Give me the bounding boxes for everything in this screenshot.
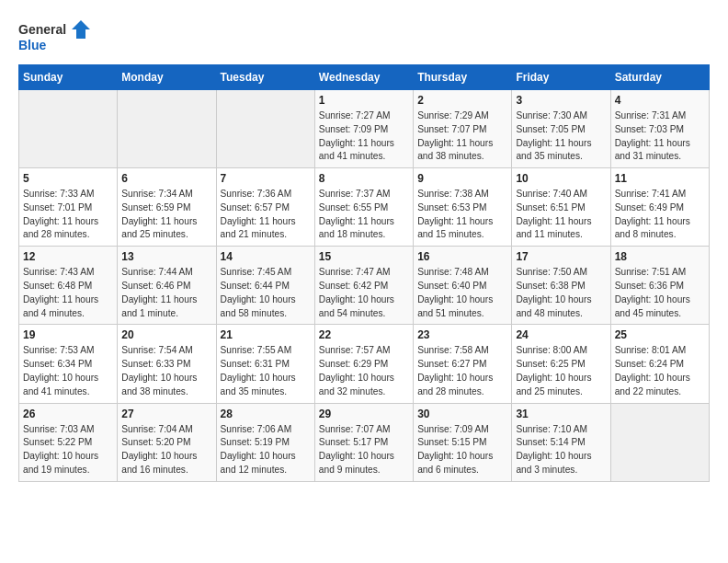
calendar-cell: 26Sunrise: 7:03 AM Sunset: 5:22 PM Dayli… (19, 403, 118, 481)
calendar-cell: 9Sunrise: 7:38 AM Sunset: 6:53 PM Daylig… (414, 168, 512, 247)
day-info: Sunrise: 8:00 AM Sunset: 6:25 PM Dayligh… (516, 344, 606, 398)
calendar-cell (19, 90, 118, 168)
day-info: Sunrise: 7:03 AM Sunset: 5:22 PM Dayligh… (23, 423, 113, 477)
calendar-cell: 23Sunrise: 7:58 AM Sunset: 6:27 PM Dayli… (414, 325, 512, 403)
day-info: Sunrise: 7:50 AM Sunset: 6:38 PM Dayligh… (516, 266, 606, 320)
day-number: 29 (319, 408, 409, 420)
logo: General Blue (18, 18, 92, 55)
day-number: 10 (516, 172, 606, 185)
day-number: 17 (516, 250, 606, 263)
day-number: 23 (417, 328, 507, 341)
day-info: Sunrise: 7:40 AM Sunset: 6:51 PM Dayligh… (516, 188, 606, 242)
day-info: Sunrise: 7:34 AM Sunset: 6:59 PM Dayligh… (121, 188, 211, 242)
calendar-cell: 17Sunrise: 7:50 AM Sunset: 6:38 PM Dayli… (512, 247, 610, 325)
day-info: Sunrise: 7:07 AM Sunset: 5:17 PM Dayligh… (319, 423, 409, 477)
day-number: 9 (417, 172, 507, 185)
day-info: Sunrise: 7:57 AM Sunset: 6:29 PM Dayligh… (319, 344, 409, 398)
calendar-cell (610, 403, 709, 481)
day-info: Sunrise: 7:29 AM Sunset: 7:07 PM Dayligh… (417, 109, 507, 164)
day-info: Sunrise: 7:45 AM Sunset: 6:44 PM Dayligh… (221, 266, 311, 320)
calendar-cell: 10Sunrise: 7:40 AM Sunset: 6:51 PM Dayli… (512, 168, 610, 247)
weekday-header: Tuesday (216, 65, 314, 90)
calendar-cell: 31Sunrise: 7:10 AM Sunset: 5:14 PM Dayli… (512, 403, 610, 481)
day-info: Sunrise: 7:55 AM Sunset: 6:31 PM Dayligh… (221, 344, 311, 398)
svg-text:General: General (18, 22, 66, 37)
calendar-cell: 2Sunrise: 7:29 AM Sunset: 7:07 PM Daylig… (414, 90, 512, 168)
calendar-cell: 27Sunrise: 7:04 AM Sunset: 5:20 PM Dayli… (118, 403, 216, 481)
calendar-cell: 18Sunrise: 7:51 AM Sunset: 6:36 PM Dayli… (610, 247, 709, 325)
calendar-cell (216, 90, 314, 168)
day-number: 24 (516, 328, 606, 341)
calendar-cell: 4Sunrise: 7:31 AM Sunset: 7:03 PM Daylig… (610, 90, 709, 168)
day-info: Sunrise: 7:10 AM Sunset: 5:14 PM Dayligh… (516, 423, 606, 477)
calendar-cell: 14Sunrise: 7:45 AM Sunset: 6:44 PM Dayli… (216, 247, 314, 325)
svg-text:Blue: Blue (18, 38, 47, 52)
day-number: 15 (319, 250, 409, 263)
day-info: Sunrise: 7:04 AM Sunset: 5:20 PM Dayligh… (121, 423, 211, 477)
calendar-cell: 6Sunrise: 7:34 AM Sunset: 6:59 PM Daylig… (118, 168, 216, 247)
day-number: 12 (23, 250, 113, 263)
day-number: 8 (319, 172, 409, 185)
day-number: 6 (121, 172, 211, 185)
calendar-cell: 12Sunrise: 7:43 AM Sunset: 6:48 PM Dayli… (19, 247, 118, 325)
day-number: 7 (221, 172, 311, 185)
day-number: 20 (121, 328, 211, 341)
calendar-week-row: 5Sunrise: 7:33 AM Sunset: 7:01 PM Daylig… (19, 168, 710, 247)
calendar-week-row: 12Sunrise: 7:43 AM Sunset: 6:48 PM Dayli… (19, 247, 710, 325)
day-number: 31 (516, 408, 606, 420)
day-info: Sunrise: 7:06 AM Sunset: 5:19 PM Dayligh… (221, 423, 311, 477)
day-info: Sunrise: 7:30 AM Sunset: 7:05 PM Dayligh… (516, 109, 606, 164)
calendar-cell (118, 90, 216, 168)
day-info: Sunrise: 7:44 AM Sunset: 6:46 PM Dayligh… (121, 266, 211, 320)
day-info: Sunrise: 8:01 AM Sunset: 6:24 PM Dayligh… (615, 344, 705, 398)
calendar-cell: 21Sunrise: 7:55 AM Sunset: 6:31 PM Dayli… (216, 325, 314, 403)
weekday-header: Thursday (414, 65, 512, 90)
day-info: Sunrise: 7:51 AM Sunset: 6:36 PM Dayligh… (615, 266, 705, 320)
day-info: Sunrise: 7:38 AM Sunset: 6:53 PM Dayligh… (417, 188, 507, 242)
calendar-cell: 3Sunrise: 7:30 AM Sunset: 7:05 PM Daylig… (512, 90, 610, 168)
day-number: 13 (121, 250, 211, 263)
day-info: Sunrise: 7:31 AM Sunset: 7:03 PM Dayligh… (615, 109, 705, 164)
page-header: General Blue (18, 18, 710, 55)
calendar-cell: 22Sunrise: 7:57 AM Sunset: 6:29 PM Dayli… (314, 325, 413, 403)
day-info: Sunrise: 7:58 AM Sunset: 6:27 PM Dayligh… (417, 344, 507, 398)
day-number: 22 (319, 328, 409, 341)
day-number: 28 (221, 408, 311, 420)
calendar-cell: 25Sunrise: 8:01 AM Sunset: 6:24 PM Dayli… (610, 325, 709, 403)
day-number: 1 (319, 94, 409, 107)
day-number: 18 (615, 250, 705, 263)
day-number: 21 (221, 328, 311, 341)
calendar-cell: 15Sunrise: 7:47 AM Sunset: 6:42 PM Dayli… (314, 247, 413, 325)
day-number: 11 (615, 172, 705, 185)
day-info: Sunrise: 7:27 AM Sunset: 7:09 PM Dayligh… (319, 109, 409, 164)
day-number: 14 (221, 250, 311, 263)
weekday-header: Monday (118, 65, 216, 90)
day-info: Sunrise: 7:43 AM Sunset: 6:48 PM Dayligh… (23, 266, 113, 320)
day-info: Sunrise: 7:47 AM Sunset: 6:42 PM Dayligh… (319, 266, 409, 320)
day-number: 26 (23, 408, 113, 420)
calendar-cell: 28Sunrise: 7:06 AM Sunset: 5:19 PM Dayli… (216, 403, 314, 481)
calendar-cell: 29Sunrise: 7:07 AM Sunset: 5:17 PM Dayli… (314, 403, 413, 481)
day-number: 19 (23, 328, 113, 341)
calendar-cell: 1Sunrise: 7:27 AM Sunset: 7:09 PM Daylig… (314, 90, 413, 168)
calendar-cell: 20Sunrise: 7:54 AM Sunset: 6:33 PM Dayli… (118, 325, 216, 403)
day-info: Sunrise: 7:36 AM Sunset: 6:57 PM Dayligh… (221, 188, 311, 242)
calendar-table: SundayMondayTuesdayWednesdayThursdayFrid… (18, 64, 710, 482)
calendar-cell: 11Sunrise: 7:41 AM Sunset: 6:49 PM Dayli… (610, 168, 709, 247)
calendar-cell: 19Sunrise: 7:53 AM Sunset: 6:34 PM Dayli… (19, 325, 118, 403)
day-number: 3 (516, 94, 606, 107)
day-number: 5 (23, 172, 113, 185)
day-info: Sunrise: 7:41 AM Sunset: 6:49 PM Dayligh… (615, 188, 705, 242)
logo-icon: General Blue (18, 18, 92, 55)
calendar-week-row: 19Sunrise: 7:53 AM Sunset: 6:34 PM Dayli… (19, 325, 710, 403)
day-info: Sunrise: 7:33 AM Sunset: 7:01 PM Dayligh… (23, 188, 113, 242)
day-number: 30 (417, 408, 507, 420)
day-number: 16 (417, 250, 507, 263)
day-info: Sunrise: 7:37 AM Sunset: 6:55 PM Dayligh… (319, 188, 409, 242)
calendar-cell: 13Sunrise: 7:44 AM Sunset: 6:46 PM Dayli… (118, 247, 216, 325)
weekday-header-row: SundayMondayTuesdayWednesdayThursdayFrid… (19, 65, 710, 90)
calendar-cell: 30Sunrise: 7:09 AM Sunset: 5:15 PM Dayli… (414, 403, 512, 481)
calendar-cell: 5Sunrise: 7:33 AM Sunset: 7:01 PM Daylig… (19, 168, 118, 247)
calendar-cell: 24Sunrise: 8:00 AM Sunset: 6:25 PM Dayli… (512, 325, 610, 403)
calendar-week-row: 26Sunrise: 7:03 AM Sunset: 5:22 PM Dayli… (19, 403, 710, 481)
